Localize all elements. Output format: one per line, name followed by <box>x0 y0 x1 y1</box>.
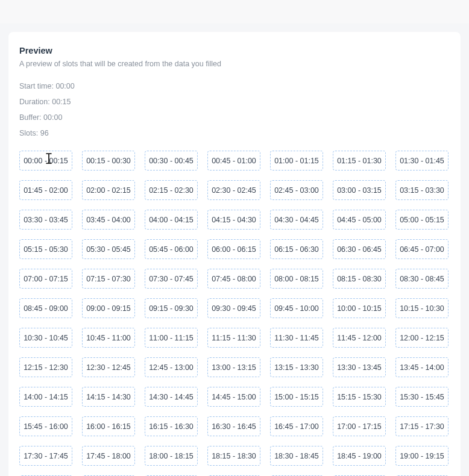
slot-item: 15:30 - 15:45 <box>395 387 449 407</box>
slot-item: 12:30 - 12:45 <box>82 357 135 377</box>
meta-duration: Duration: 00:15 <box>19 98 450 106</box>
slot-item: 07:45 - 08:00 <box>207 269 260 289</box>
slot-item: 12:45 - 13:00 <box>145 357 198 377</box>
slot-item: 01:00 - 01:15 <box>270 151 323 171</box>
top-banner <box>0 0 469 23</box>
slot-item: 13:45 - 14:00 <box>395 357 449 377</box>
slot-item: 16:00 - 16:15 <box>82 416 135 436</box>
slot-item: 03:45 - 04:00 <box>82 210 135 230</box>
preview-card: Preview A preview of slots that will be … <box>8 32 461 476</box>
slot-item: 02:30 - 02:45 <box>207 180 260 200</box>
slot-item: 01:15 - 01:30 <box>333 151 386 171</box>
slot-item: 05:30 - 05:45 <box>82 239 135 259</box>
slot-item: 12:00 - 12:15 <box>395 328 449 348</box>
slot-item: 10:30 - 10:45 <box>19 328 72 348</box>
slot-item: 03:30 - 03:45 <box>19 210 72 230</box>
slot-item: 02:00 - 02:15 <box>82 180 135 200</box>
slot-item: 13:30 - 13:45 <box>333 357 386 377</box>
slot-item: 06:00 - 06:15 <box>207 239 260 259</box>
slot-item: 07:15 - 07:30 <box>82 269 135 289</box>
slot-item: 16:45 - 17:00 <box>270 416 323 436</box>
slot-item: 09:15 - 09:30 <box>145 298 198 318</box>
slot-item: 12:15 - 12:30 <box>19 357 72 377</box>
slot-item: 17:00 - 17:15 <box>333 416 386 436</box>
slot-item: 15:15 - 15:30 <box>333 387 386 407</box>
meta-slots-count: Slots: 96 <box>19 129 450 137</box>
slot-item: 19:00 - 19:15 <box>395 446 449 466</box>
slot-item: 15:45 - 16:00 <box>19 416 72 436</box>
slot-item: 05:15 - 05:30 <box>19 239 72 259</box>
card-subtitle: A preview of slots that will be created … <box>19 60 450 68</box>
slot-item: 00:45 - 01:00 <box>207 151 260 171</box>
slot-item: 06:45 - 07:00 <box>395 239 449 259</box>
slot-item: 11:15 - 11:30 <box>207 328 260 348</box>
slot-item: 00:15 - 00:30 <box>82 151 135 171</box>
slot-item: 18:15 - 18:30 <box>207 446 260 466</box>
slot-item: 17:30 - 17:45 <box>19 446 72 466</box>
slot-item: 13:00 - 13:15 <box>207 357 260 377</box>
slot-item: 01:30 - 01:45 <box>395 151 449 171</box>
slot-item: 09:00 - 09:15 <box>82 298 135 318</box>
slot-item: 04:00 - 04:15 <box>145 210 198 230</box>
slot-item: 03:15 - 03:30 <box>395 180 449 200</box>
card-title: Preview <box>19 46 450 55</box>
slot-item: 08:15 - 08:30 <box>333 269 386 289</box>
spacer <box>0 23 469 32</box>
slot-item: 18:30 - 18:45 <box>270 446 323 466</box>
meta-buffer: Buffer: 00:00 <box>19 113 450 122</box>
slot-item: 15:00 - 15:15 <box>270 387 323 407</box>
slot-item: 16:15 - 16:30 <box>145 416 198 436</box>
slot-item: 11:45 - 12:00 <box>333 328 386 348</box>
slot-item: 11:30 - 11:45 <box>270 328 323 348</box>
slot-item: 04:15 - 04:30 <box>207 210 260 230</box>
slot-item: 06:15 - 06:30 <box>270 239 323 259</box>
slot-item: 05:00 - 05:15 <box>395 210 449 230</box>
slot-item: 07:30 - 07:45 <box>145 269 198 289</box>
slot-item: 09:45 - 10:00 <box>270 298 323 318</box>
slot-item: 18:00 - 18:15 <box>145 446 198 466</box>
slot-item: 04:30 - 04:45 <box>270 210 323 230</box>
slot-item: 02:15 - 02:30 <box>145 180 198 200</box>
slot-item: 03:00 - 03:15 <box>333 180 386 200</box>
slot-grid: 00:00 - 00:1500:15 - 00:3000:30 - 00:450… <box>19 151 450 476</box>
meta-group: Start time: 00:00 Duration: 00:15 Buffer… <box>19 82 450 137</box>
slot-item: 08:45 - 09:00 <box>19 298 72 318</box>
slot-item: 06:30 - 06:45 <box>333 239 386 259</box>
slot-item: 08:00 - 08:15 <box>270 269 323 289</box>
slot-item: 11:00 - 11:15 <box>145 328 198 348</box>
slot-item: 14:15 - 14:30 <box>82 387 135 407</box>
slot-item: 18:45 - 19:00 <box>333 446 386 466</box>
slot-item: 14:30 - 14:45 <box>145 387 198 407</box>
slot-item: 02:45 - 03:00 <box>270 180 323 200</box>
slot-item: 00:00 - 00:15 <box>19 151 72 171</box>
slot-item: 17:15 - 17:30 <box>395 416 449 436</box>
slot-item: 10:15 - 10:30 <box>395 298 449 318</box>
slot-item: 08:30 - 08:45 <box>395 269 449 289</box>
slot-item: 09:30 - 09:45 <box>207 298 260 318</box>
slot-item: 00:30 - 00:45 <box>145 151 198 171</box>
slot-item: 14:45 - 15:00 <box>207 387 260 407</box>
slot-item: 10:00 - 10:15 <box>333 298 386 318</box>
slot-item: 05:45 - 06:00 <box>145 239 198 259</box>
slot-item: 10:45 - 11:00 <box>82 328 135 348</box>
slot-item: 16:30 - 16:45 <box>207 416 260 436</box>
slot-item: 01:45 - 02:00 <box>19 180 72 200</box>
slot-item: 17:45 - 18:00 <box>82 446 135 466</box>
meta-start-time: Start time: 00:00 <box>19 82 450 90</box>
slot-item: 07:00 - 07:15 <box>19 269 72 289</box>
slot-item: 14:00 - 14:15 <box>19 387 72 407</box>
slot-item: 04:45 - 05:00 <box>333 210 386 230</box>
slot-item: 13:15 - 13:30 <box>270 357 323 377</box>
